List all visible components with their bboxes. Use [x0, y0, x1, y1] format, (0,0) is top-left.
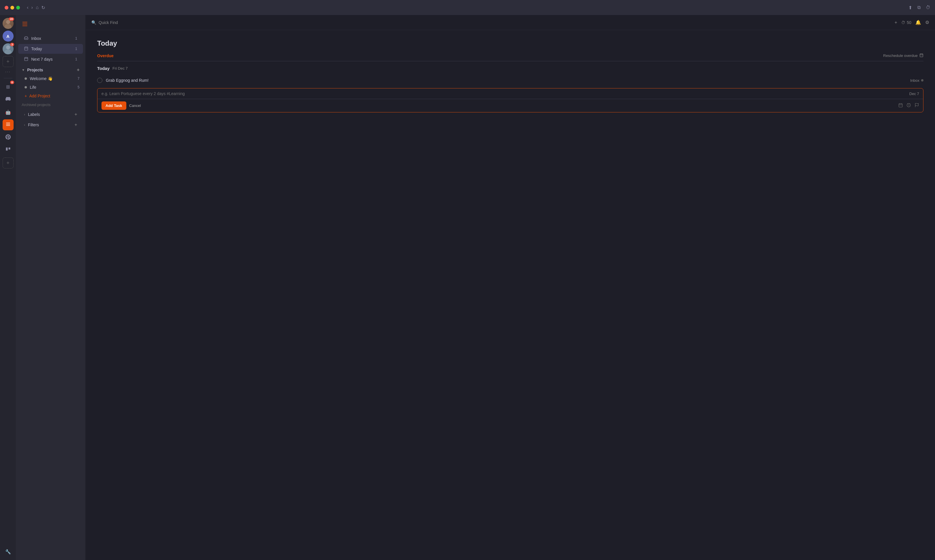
form-alarm-icon[interactable] — [906, 103, 911, 109]
pinterest-icon — [6, 134, 11, 141]
overdue-label: Overdue — [97, 54, 114, 58]
sidebar-item-labels[interactable]: › Labels + — [18, 109, 83, 119]
projects-add-button[interactable]: + — [77, 67, 80, 72]
settings-header-button[interactable]: ⚙ — [925, 20, 929, 25]
sidebar-item-inbox[interactable]: Inbox 1 — [18, 34, 83, 43]
wrench-icon: 🔧 — [5, 549, 11, 554]
page-title: Today — [97, 39, 923, 48]
inbox-count: 1 — [75, 36, 77, 40]
form-calendar-icon[interactable] — [898, 103, 903, 109]
task-input[interactable] — [102, 91, 906, 96]
cancel-task-button[interactable]: Cancel — [129, 103, 141, 108]
robot-icon-btn[interactable]: 🤖 — [3, 107, 14, 118]
overdue-section-header: Overdue Reschedule overdue — [97, 53, 923, 61]
content-header: 🔍 Quick Find + ⏱ 50 🔔 ⚙ — [86, 15, 935, 30]
archived-projects-label[interactable]: Archived projects — [16, 100, 85, 109]
refresh-button[interactable]: ↻ — [42, 5, 45, 11]
pinterest-icon-btn[interactable] — [3, 132, 14, 143]
logo-icon — [22, 21, 28, 29]
wrench-icon-btn[interactable]: 🔧 — [3, 546, 14, 557]
settings-icon-btn[interactable]: ⊞ 6 — [3, 81, 14, 92]
filters-add-button[interactable]: + — [75, 122, 77, 128]
task-source: Inbox — [910, 78, 920, 83]
back-button[interactable]: ‹ — [27, 5, 28, 10]
add-app-button[interactable]: + — [3, 157, 14, 168]
todoist-icon-btn[interactable] — [3, 119, 14, 130]
traffic-lights — [5, 6, 20, 9]
search-icon: 🔍 — [91, 20, 96, 25]
maximize-button[interactable] — [16, 6, 20, 9]
add-project-button[interactable]: + Add Project — [16, 92, 85, 100]
settings-grid-icon: ⊞ — [6, 84, 10, 89]
content-area: Today Overdue Reschedule overdue — [86, 30, 935, 560]
svg-rect-18 — [899, 103, 902, 107]
sidebar-item-next7days[interactable]: Next 7 days 1 — [18, 54, 83, 64]
today-label: Today — [31, 46, 72, 51]
user2-avatar-container: A — [3, 31, 14, 42]
project-welcome-count: 7 — [77, 77, 80, 81]
svg-rect-10 — [25, 57, 28, 61]
forward-button[interactable]: › — [31, 5, 33, 10]
reschedule-button[interactable]: Reschedule overdue — [883, 53, 923, 58]
sidebar-item-today[interactable]: Today 1 — [18, 44, 83, 54]
nav-sidebar: Inbox 1 Today 1 — [16, 15, 85, 560]
svg-rect-5 — [8, 148, 10, 150]
close-button[interactable] — [5, 6, 8, 9]
search-bar[interactable]: 🔍 Quick Find — [91, 20, 890, 25]
reschedule-label: Reschedule overdue — [883, 54, 918, 58]
svg-rect-4 — [6, 148, 8, 151]
sidebar-item-filters[interactable]: › Filters + — [18, 120, 83, 130]
task-meta: Inbox — [910, 78, 923, 83]
projects-section-header[interactable]: ▼ Projects + — [16, 65, 85, 74]
add-task-form: Dec 7 Add Task Cancel — [97, 88, 923, 112]
add-task-header-button[interactable]: + — [895, 20, 897, 25]
minimize-button[interactable] — [11, 6, 14, 9]
svg-rect-6 — [25, 47, 28, 50]
add-task-button[interactable]: Add Task — [102, 102, 126, 110]
today-count: 1 — [75, 47, 77, 51]
todoist-icon — [6, 122, 11, 128]
trello-icon — [6, 147, 11, 154]
user2-avatar[interactable]: A — [3, 31, 14, 42]
form-flag-icon[interactable] — [915, 103, 919, 109]
add-workspace-button[interactable]: + — [3, 56, 14, 67]
project-life-count: 5 — [77, 85, 80, 89]
trello-icon-btn[interactable] — [3, 145, 14, 156]
projects-chevron-icon: ▼ — [22, 68, 25, 72]
project-item-welcome[interactable]: Welcome 👋 7 — [16, 74, 85, 83]
discord-icon-btn[interactable] — [3, 94, 14, 105]
task-date-badge: Dec 7 — [909, 92, 919, 96]
task-inbox-dot — [921, 79, 923, 82]
svg-rect-14 — [920, 54, 923, 57]
more-workspaces-button[interactable]: ··· — [5, 69, 11, 75]
today-icon — [24, 46, 28, 51]
user1-badge: 28 — [9, 17, 14, 21]
layers-icon[interactable]: ⧉ — [917, 5, 921, 10]
user3-badge: 3 — [10, 43, 14, 46]
user1-avatar-container: 28 — [3, 18, 14, 29]
app-sidebar: 28 A 3 + ··· ⊞ 6 — [0, 15, 16, 560]
svg-point-3 — [5, 49, 12, 54]
karma-icon: ⏱ — [901, 20, 905, 25]
notification-button[interactable]: 🔔 — [915, 20, 921, 25]
project-life-label: Life — [30, 85, 75, 89]
user3-avatar-container: 3 — [3, 43, 14, 54]
task-checkbox[interactable] — [97, 78, 102, 83]
task-input-row: Dec 7 — [97, 88, 923, 99]
filters-label: Filters — [28, 123, 72, 127]
main-layout: 28 A 3 + ··· ⊞ 6 — [0, 15, 935, 560]
history-icon[interactable]: ⏱ — [926, 5, 930, 10]
home-button[interactable]: ⌂ — [36, 5, 39, 10]
task-item: Grab Eggnog and Rum! Inbox — [97, 75, 923, 86]
share-icon[interactable]: ⬆ — [909, 5, 912, 11]
project-dot-welcome — [25, 77, 27, 80]
karma-display: ⏱ 50 — [901, 20, 911, 25]
next7days-count: 1 — [75, 57, 77, 61]
add-project-plus-icon: + — [25, 94, 27, 98]
svg-point-1 — [5, 24, 12, 29]
sidebar-bottom: 🔧 — [3, 546, 14, 557]
user2-initial: A — [6, 34, 9, 39]
inbox-icon — [24, 36, 28, 41]
labels-add-button[interactable]: + — [75, 112, 77, 117]
project-item-life[interactable]: Life 5 — [16, 83, 85, 92]
